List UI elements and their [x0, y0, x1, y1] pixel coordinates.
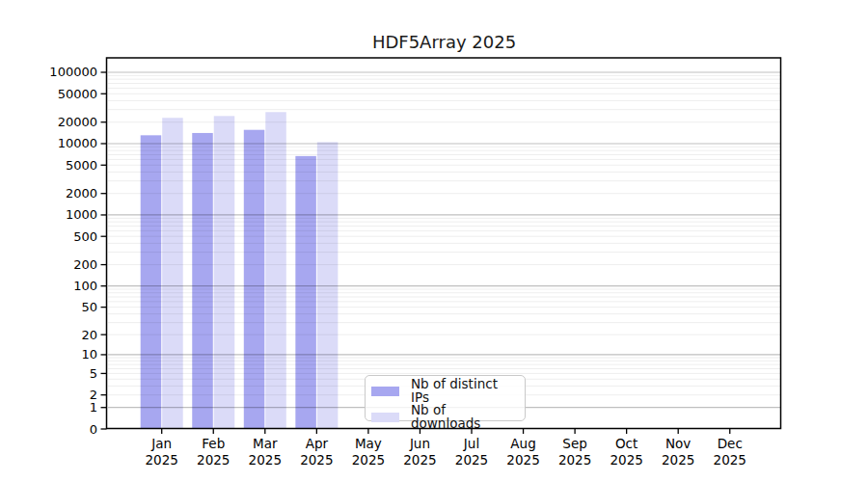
x-tick-label-month: Nov [665, 436, 691, 451]
legend-label: Nb of distinct IPs [411, 378, 517, 404]
legend-swatch [371, 413, 399, 422]
y-tick-label: 1 [90, 400, 97, 415]
y-tick-label: 20 [81, 328, 97, 342]
bar-distinct-ips [192, 133, 213, 429]
x-tick-label-year: 2025 [714, 452, 746, 468]
x-tick-label-year: 2025 [558, 452, 591, 468]
chart-title: HDF5Array 2025 [107, 32, 781, 52]
y-tick-label: 2 [90, 388, 97, 402]
x-tick-label-year: 2025 [662, 452, 694, 468]
bar-downloads [214, 116, 235, 428]
x-tick-label-month: Dec [718, 436, 743, 451]
y-tick-label: 20000 [58, 115, 97, 129]
x-tick-label-month: Mar [253, 436, 278, 451]
legend-swatch [371, 387, 399, 396]
y-tick-label: 10 [81, 347, 97, 362]
x-tick-label-year: 2025 [249, 452, 282, 468]
y-tick-label: 1000 [66, 207, 97, 222]
y-tick-label: 100 [73, 279, 97, 293]
x-tick-label-month: Sep [562, 436, 586, 451]
y-tick-label: 200 [73, 257, 97, 272]
x-tick-label-month: Apr [306, 436, 329, 451]
x-tick-label-year: 2025 [455, 452, 488, 468]
legend-label: Nb of downloads [411, 404, 517, 430]
y-tick-label: 100000 [49, 65, 97, 79]
x-tick-label-year: 2025 [506, 452, 539, 468]
x-tick-label-month: Oct [615, 436, 637, 451]
x-tick-label-month: Feb [202, 436, 225, 451]
legend-item: Nb of downloads [371, 404, 517, 430]
x-tick-label-year: 2025 [352, 452, 385, 468]
bar-distinct-ips [244, 130, 264, 429]
x-tick-label-month: May [355, 436, 382, 451]
x-tick-label-year: 2025 [300, 452, 333, 468]
bar-distinct-ips [141, 135, 162, 428]
legend: Nb of distinct IPs Nb of downloads [365, 375, 526, 421]
x-tick-label-month: Aug [510, 436, 535, 451]
y-tick-label: 2000 [66, 186, 97, 201]
bar-distinct-ips [295, 156, 316, 429]
y-tick-label: 5 [90, 366, 97, 381]
x-tick-label-month: Jan [150, 436, 172, 451]
x-tick-label-year: 2025 [146, 452, 178, 468]
legend-item: Nb of distinct IPs [371, 378, 517, 404]
bar-downloads [162, 118, 183, 428]
y-tick-label: 5000 [66, 158, 97, 173]
x-tick-label-year: 2025 [610, 452, 642, 468]
y-tick-label: 50 [81, 300, 97, 314]
y-tick-label: 500 [73, 229, 97, 244]
x-tick-label-month: Jul [463, 436, 479, 451]
x-tick-label-month: Jun [409, 436, 430, 451]
x-tick-label-year: 2025 [197, 452, 230, 468]
bar-downloads [317, 142, 339, 428]
y-tick-label: 50000 [58, 87, 97, 101]
y-tick-label: 10000 [58, 136, 97, 150]
y-tick-label: 0 [90, 422, 97, 437]
figure: 0125102050100200500100020005000100002000… [0, 0, 868, 482]
x-tick-label-year: 2025 [403, 452, 436, 468]
